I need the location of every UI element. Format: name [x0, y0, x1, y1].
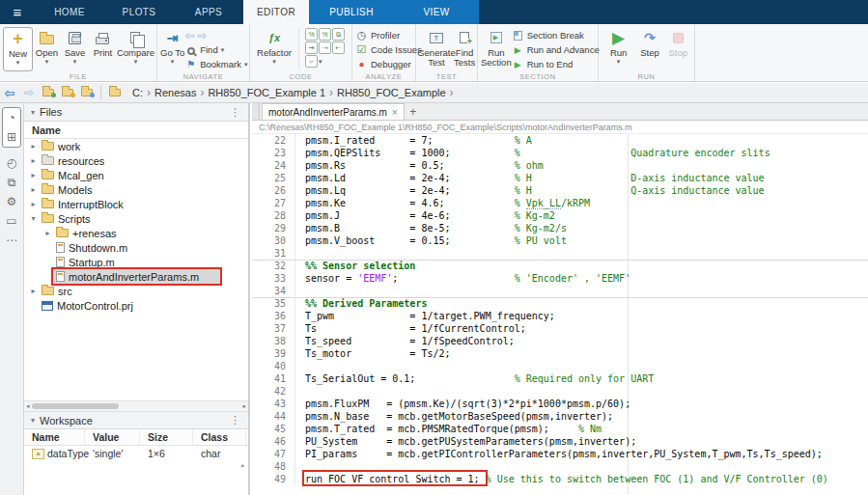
code-line-36[interactable]: 36T_pwm = 1/target.PWM_frequency; [252, 310, 868, 322]
code-line-49[interactable]: 49run_FOC_VF_control_Switch = 1; % Use t… [252, 473, 868, 485]
scroll-up-icon[interactable]: ▴ [240, 461, 244, 469]
find-button[interactable]: Find ▾ [184, 42, 247, 57]
code-line-45[interactable]: 45pmsm.T_rated = mcb.PMSMRatedTorque(pms… [252, 423, 868, 435]
uncomment-icon[interactable]: % [319, 28, 331, 41]
goto-button[interactable]: ⇥ Go To ▾ [160, 27, 184, 71]
expand-arrow-icon[interactable]: ▸ [28, 171, 39, 179]
hamburger-menu-icon[interactable]: ≡ [0, 0, 35, 24]
code-line-43[interactable]: 43pmsm.FluxPM = (pmsm.Ke)/(sqrt(3)*2*pi*… [252, 398, 868, 410]
refactor-button[interactable]: ƒx Refactor ▾ [253, 27, 295, 71]
expand-arrow-icon[interactable]: ▸ [28, 156, 39, 165]
expand-arrow-icon[interactable]: ▸ [28, 142, 39, 151]
code-line-29[interactable]: 29pmsm.B = 8e-5; % Kg-m2/s [252, 222, 868, 234]
back-icon[interactable]: ⇦ [0, 86, 19, 100]
section-break-button[interactable]: Section Break [512, 28, 600, 42]
menu-tab-apps[interactable]: APPS [174, 0, 243, 24]
tree-item-startup-m[interactable]: Startup.m [24, 255, 248, 269]
open-recent-folder-icon[interactable] [58, 87, 77, 98]
scroll-right-icon[interactable]: ▸ [242, 401, 246, 411]
code-line-25[interactable]: 25pmsm.Ld = 2e-4; % H D-axis inductance … [252, 172, 868, 184]
tree-item-motorandinverterparams-m[interactable]: motorAndInverterParams.m [24, 269, 248, 284]
workspace-column-class[interactable]: Class [193, 429, 246, 445]
smart-indent-icon[interactable]: ⇥ [305, 41, 318, 54]
horizontal-scrollbar[interactable]: ◂ ▸ [24, 400, 248, 412]
code-line-31[interactable]: 31 [252, 247, 868, 260]
indent-left-icon[interactable]: ⇠ [332, 41, 345, 54]
code-line-39[interactable]: 39Ts_motor = Ts/2; [252, 347, 868, 360]
breadcrumb-segment[interactable]: RH850_FOC_Example [335, 87, 448, 98]
menu-tab-publish[interactable]: PUBLISH [309, 0, 394, 24]
forward-nav-icon[interactable]: ⇨ [197, 29, 207, 42]
compare-button[interactable]: Compare ▾ [117, 27, 154, 71]
tree-item-mcal-gen[interactable]: ▸Mcal_gen [24, 168, 248, 182]
more-icon[interactable]: ⋯ [3, 231, 20, 250]
run-to-end-button[interactable]: ▶ Run to End [512, 57, 600, 71]
tree-item-models[interactable]: ▸Models [24, 182, 248, 197]
tree-item-src[interactable]: ▸src [24, 284, 248, 298]
generate-test-button[interactable]: T Generate Test [419, 27, 454, 71]
cloud-folder-icon[interactable] [77, 87, 97, 98]
workspace-column-name[interactable]: Name [24, 429, 85, 445]
debugger-button[interactable]: ● Debugger [355, 57, 413, 71]
find-tests-button[interactable]: Find Tests [454, 27, 475, 71]
workspace-column-size[interactable]: Size [140, 429, 193, 445]
code-line-46[interactable]: 46PU_System = mcb.getPUSystemParameters(… [252, 435, 868, 448]
code-line-34[interactable]: 34 [252, 285, 868, 297]
dependencies-icon[interactable]: ⚙ [3, 192, 20, 211]
new-button[interactable]: + New ▾ [3, 27, 33, 71]
scroll-left-icon[interactable]: ◂ [26, 401, 30, 411]
scrollbar-thumb[interactable] [32, 403, 119, 409]
files-column-header[interactable]: Name [24, 122, 248, 139]
project-icon[interactable]: ◔ [3, 108, 20, 127]
code-line-48[interactable]: 48 [252, 460, 868, 473]
breadcrumb-segment[interactable]: C: [130, 87, 145, 98]
code-line-23[interactable]: 23pmsm.QEPSlits = 1000; % Quadrature enc… [252, 147, 868, 159]
panel-menu-icon[interactable]: ⋮ [226, 414, 244, 426]
menu-tab-plots[interactable]: PLOTS [104, 0, 174, 24]
code-line-47[interactable]: 47PI_params = mcb.getPIControllerParamet… [252, 448, 868, 460]
code-line-42[interactable]: 42 [252, 385, 868, 398]
tree-item-resources[interactable]: ▸resources [24, 153, 248, 168]
code-line-33[interactable]: 33sensor = 'EEMF'; % 'Encoder' , 'EEMF' [252, 272, 868, 285]
code-line-44[interactable]: 44pmsm.N_base = mcb.getMotorBaseSpeed(pm… [252, 410, 868, 423]
menu-tab-home[interactable]: HOME [35, 0, 104, 24]
code-line-22[interactable]: 22pmsm.I_rated = 7; % A [252, 134, 868, 147]
bookmark-button[interactable]: ⚑ Bookmark ▾ [184, 57, 247, 71]
code-line-40[interactable]: 40 [252, 360, 868, 372]
code-line-35[interactable]: 35%% Derived Parameters [252, 297, 868, 310]
print-button[interactable]: Print [89, 27, 117, 71]
expand-arrow-icon[interactable]: ▸ [28, 287, 39, 295]
indent-right-icon[interactable]: ⇢ [319, 41, 331, 54]
open-button[interactable]: Open ▾ [33, 27, 61, 71]
run-button[interactable]: ▶ Run ▾ [602, 27, 635, 71]
collapse-icon[interactable]: ▾ [31, 416, 35, 425]
profiler-button[interactable]: ◷ Profiler [355, 28, 413, 42]
save-button[interactable]: Save ▾ [61, 27, 89, 71]
panel-menu-icon[interactable]: ⋮ [226, 106, 244, 119]
tree-item-interruptblock[interactable]: ▸InterruptBlock [24, 197, 248, 211]
back-nav-icon[interactable]: ⇦ [184, 29, 194, 42]
code-issues-button[interactable]: ☑ Code Issues [355, 42, 413, 57]
code-line-28[interactable]: 28pmsm.J = 4e-6; % Kg-m2 [252, 209, 868, 222]
close-icon[interactable]: × [392, 107, 398, 118]
breadcrumb-segment[interactable]: RH850_FOC_Example 1 [206, 87, 327, 98]
panel-icon[interactable]: ▭ [3, 211, 20, 231]
tree-item-motorcontrol-prj[interactable]: MotorControl.prj [24, 298, 248, 313]
fold-icon[interactable]: ⌐ [305, 55, 318, 68]
expand-arrow-icon[interactable]: ▸ [28, 185, 39, 194]
menu-tab-view[interactable]: VIEW [394, 0, 479, 24]
collapse-icon[interactable]: ▾ [31, 108, 35, 117]
chevron-down-icon[interactable]: ▾ [319, 58, 322, 66]
step-button[interactable]: ↷ Step [635, 27, 663, 71]
run-and-advance-button[interactable]: ▶ Run and Advance [512, 42, 600, 57]
tree-item-shutdown-m[interactable]: Shutdown.m [24, 240, 248, 255]
breadcrumb-segment[interactable]: Renesas [153, 87, 198, 98]
code-line-37[interactable]: 37Ts = 1/fCurrentControl; [252, 322, 868, 335]
comment-icon[interactable]: % [305, 28, 318, 41]
tree-item-scripts[interactable]: ▾Scripts [24, 211, 248, 226]
code-line-30[interactable]: 30pmsm.V_boost = 0.15; % PU volt [252, 234, 868, 247]
new-folder-icon[interactable] [39, 87, 58, 98]
code-line-32[interactable]: 32%% Sensor selection [252, 260, 868, 272]
tree-item--renesas[interactable]: ▸+renesas [24, 226, 248, 240]
expand-arrow-icon[interactable]: ▸ [42, 229, 53, 237]
